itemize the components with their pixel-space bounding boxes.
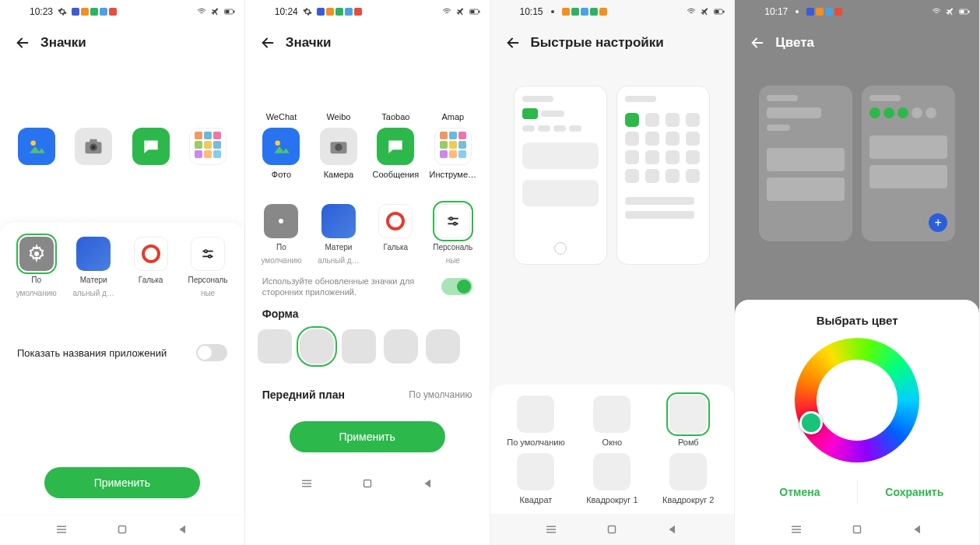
nav-menu-icon[interactable]: [789, 522, 803, 536]
airplane-icon: [945, 7, 956, 16]
svg-point-3: [30, 140, 36, 146]
style-material[interactable]: Матери альный д…: [68, 237, 119, 297]
color-actions-row: Отмена Сохранить: [735, 475, 979, 509]
nav-menu-icon[interactable]: [300, 476, 314, 490]
sliders-icon: [445, 213, 461, 229]
foreground-value: По умолчанию: [409, 389, 472, 400]
status-bar: 10:24: [245, 0, 490, 23]
show-app-names-toggle[interactable]: [196, 344, 227, 361]
nav-bar: [0, 514, 244, 545]
apply-button[interactable]: Применить: [290, 421, 445, 452]
qs-opt-window[interactable]: Окно: [577, 396, 647, 447]
page-title: Цвета: [775, 35, 814, 51]
svg-rect-13: [470, 10, 474, 13]
style-default[interactable]: По умолчанию: [11, 237, 62, 297]
svg-rect-11: [118, 526, 125, 533]
svg-rect-24: [723, 11, 725, 13]
cancel-button[interactable]: Отмена: [743, 480, 856, 505]
svg-point-10: [209, 255, 211, 258]
shape-5[interactable]: [426, 329, 460, 364]
svg-point-9: [205, 250, 207, 252]
screen-colors: 10:17 Цвета: [735, 0, 980, 545]
nav-menu-icon[interactable]: [544, 522, 558, 536]
svg-point-8: [34, 251, 39, 256]
style-pebble[interactable]: Галька: [125, 237, 177, 297]
svg-point-6: [92, 146, 96, 149]
photos-icon: [26, 136, 47, 156]
color-wheel[interactable]: [795, 338, 919, 462]
style-pebble[interactable]: Галька: [370, 204, 421, 265]
nav-back-icon[interactable]: [421, 476, 435, 490]
style-custom[interactable]: Персональ ные: [427, 204, 479, 265]
back-arrow-icon[interactable]: [14, 34, 31, 51]
foreground-label: Передний план: [262, 389, 345, 401]
back-arrow-icon[interactable]: [259, 34, 276, 51]
gear-icon: [303, 7, 312, 16]
shape-3[interactable]: [342, 329, 376, 364]
back-arrow-icon[interactable]: [504, 34, 522, 51]
icon-tools: Инструме…: [426, 128, 480, 179]
airplane-icon: [455, 7, 466, 16]
nav-home-icon[interactable]: [605, 522, 619, 536]
color-thumb[interactable]: [799, 411, 823, 434]
screen-icons-2: 10:24 Значки WeChat Weibo Taobao Amap Фо…: [245, 0, 490, 545]
nav-back-icon[interactable]: [176, 522, 190, 536]
shape-2[interactable]: [300, 329, 334, 364]
qs-opt-square[interactable]: Квадрат: [501, 453, 571, 505]
svg-rect-28: [961, 10, 964, 13]
svg-point-20: [454, 223, 456, 225]
nav-back-icon[interactable]: [666, 522, 680, 536]
color-preview-card-1: [759, 86, 852, 241]
nav-home-icon[interactable]: [360, 476, 374, 490]
fab-add-icon: +: [929, 213, 947, 232]
status-bar: 10:15: [490, 0, 735, 23]
qs-opt-rhomb[interactable]: Ромб: [653, 396, 723, 447]
options-sheet: По умолчанию Матери альный д… Галька Пер…: [0, 223, 244, 514]
icon-photos: Фото: [254, 128, 308, 179]
shape-section-title: Форма: [245, 301, 490, 326]
use-updated-icons-row: Используйте обновленные значки для сторо…: [245, 272, 490, 301]
page-title: Быстрые настройки: [531, 35, 664, 51]
material-icon: [76, 237, 111, 271]
gear-icon: [792, 7, 802, 16]
battery-icon: [714, 7, 725, 16]
qs-opt-default[interactable]: По умолчанию: [501, 396, 571, 447]
nav-menu-icon[interactable]: [54, 522, 68, 536]
status-indicators: [562, 8, 607, 16]
nav-bar: [490, 514, 735, 545]
shape-1[interactable]: [258, 329, 292, 364]
save-button[interactable]: Сохранить: [857, 480, 971, 505]
qs-opt-squaround1[interactable]: Квадрокруг 1: [577, 453, 647, 505]
qs-opt-squaround2[interactable]: Квадрокруг 2: [653, 453, 723, 505]
nav-back-icon[interactable]: [911, 522, 925, 536]
back-arrow-icon[interactable]: [749, 34, 766, 51]
shape-4[interactable]: [384, 329, 418, 364]
material-icon: [321, 204, 356, 238]
svg-rect-7: [90, 139, 97, 143]
svg-rect-29: [968, 11, 970, 13]
style-custom[interactable]: Персональ ные: [182, 237, 234, 297]
status-time: 10:23: [30, 6, 53, 17]
header: Цвета: [735, 23, 979, 62]
show-app-names-label: Показать названия приложений: [17, 347, 167, 359]
message-icon: [385, 136, 406, 156]
preview-tools: [181, 128, 235, 165]
svg-rect-1: [225, 10, 229, 13]
header: Значки: [0, 23, 244, 62]
nav-home-icon[interactable]: [115, 522, 129, 536]
qs-options-sheet: По умолчанию Окно Ромб Квадрат Квадрокру…: [490, 385, 735, 514]
battery-icon: [959, 7, 970, 16]
apply-button[interactable]: Применить: [44, 467, 200, 498]
camera-icon: [328, 135, 349, 157]
style-default[interactable]: По умолчанию: [255, 204, 307, 265]
use-updated-toggle[interactable]: [441, 278, 472, 295]
icon-amap: Amap: [426, 112, 480, 121]
status-bar: 10:23: [0, 0, 244, 23]
nav-home-icon[interactable]: [850, 522, 864, 536]
header: Быстрые настройки: [490, 23, 735, 62]
folder-icon: [189, 128, 227, 165]
foreground-row[interactable]: Передний план По умолчанию: [245, 381, 490, 409]
status-time: 10:17: [764, 6, 788, 17]
gear-icon: [58, 7, 67, 16]
style-material[interactable]: Матери альный д…: [313, 204, 364, 265]
